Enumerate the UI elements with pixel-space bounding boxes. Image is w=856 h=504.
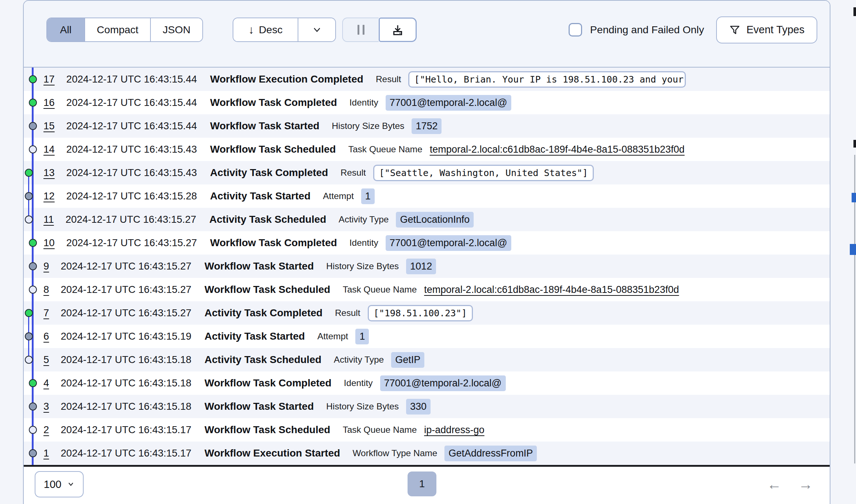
- event-name: Activity Task Started: [205, 331, 305, 342]
- download-icon: [391, 23, 404, 37]
- event-timestamp: 2024-12-17 UTC 16:43:15.28: [66, 190, 197, 202]
- tab-all[interactable]: All: [47, 18, 84, 41]
- pause-icon: [358, 25, 359, 35]
- sort-label: Desc: [259, 24, 283, 36]
- attribute-label: Task Queue Name: [348, 144, 423, 154]
- task-queue-link[interactable]: temporal-2.local:c61db8ac-189f-4b4e-8a15…: [430, 144, 685, 155]
- clipped-content-fragment: [852, 193, 856, 202]
- event-row[interactable]: 14 2024-12-17 UTC 16:43:15.43 Workflow T…: [24, 138, 830, 161]
- timeline-rail: [24, 371, 43, 395]
- page-nav: ← →: [767, 477, 813, 492]
- event-id-link[interactable]: 12: [43, 190, 55, 202]
- attribute-value-code: ["Hello, Brian. Your IP is 198.51.100.23…: [408, 71, 686, 88]
- prev-page-arrow[interactable]: ←: [767, 477, 782, 492]
- timeline-rail: [24, 348, 43, 371]
- event-id-link[interactable]: 13: [43, 167, 55, 179]
- page-size-select[interactable]: 100: [35, 471, 84, 497]
- task-queue-link[interactable]: ip-address-go: [424, 424, 484, 436]
- event-name: Workflow Task Scheduled: [210, 144, 336, 155]
- event-name: Activity Task Scheduled: [205, 354, 321, 366]
- event-timestamp: 2024-12-17 UTC 16:43:15.44: [66, 73, 197, 85]
- sort-desc-button[interactable]: ↓ Desc: [233, 18, 298, 41]
- event-status-dot: [29, 145, 37, 153]
- event-row[interactable]: 9 2024-12-17 UTC 16:43:15.27 Workflow Ta…: [24, 255, 830, 278]
- event-status-dot: [29, 426, 37, 434]
- event-timestamp: 2024-12-17 UTC 16:43:15.18: [61, 354, 191, 366]
- event-id-link[interactable]: 6: [43, 331, 49, 342]
- event-id-link[interactable]: 9: [43, 260, 49, 272]
- sort-control: ↓ Desc: [233, 18, 336, 42]
- event-name: Workflow Task Completed: [205, 377, 331, 389]
- event-id-link[interactable]: 10: [43, 237, 55, 249]
- event-name: Workflow Task Scheduled: [205, 424, 330, 436]
- event-timestamp: 2024-12-17 UTC 16:43:15.27: [61, 260, 191, 272]
- attribute-label: Attempt: [323, 191, 354, 201]
- attribute-label: History Size Bytes: [332, 121, 405, 131]
- event-id-link[interactable]: 1: [43, 447, 49, 459]
- timeline-rail: [24, 161, 43, 184]
- event-status-dot: [29, 239, 37, 247]
- pending-failed-toggle: Pending and Failed Only: [569, 23, 704, 37]
- event-row[interactable]: 5 2024-12-17 UTC 16:43:15.18 Activity Ta…: [24, 348, 830, 371]
- timeline-rail: [24, 418, 43, 442]
- event-id-link[interactable]: 7: [43, 307, 49, 319]
- event-id-link[interactable]: 14: [43, 144, 55, 155]
- event-timestamp: 2024-12-17 UTC 16:43:15.44: [66, 97, 197, 108]
- page-size-value: 100: [44, 478, 61, 490]
- event-name: Workflow Task Scheduled: [205, 284, 330, 295]
- event-row[interactable]: 3 2024-12-17 UTC 16:43:15.18 Workflow Ta…: [24, 395, 830, 418]
- current-page-button[interactable]: 1: [408, 471, 436, 496]
- attribute-value-chip: 1012: [406, 259, 436, 274]
- download-button[interactable]: [379, 18, 417, 42]
- event-row[interactable]: 13 2024-12-17 UTC 16:43:15.43 Activity T…: [24, 161, 830, 184]
- pagination-bar: 100 1 ← →: [24, 467, 830, 504]
- timeline-rail: [24, 114, 43, 138]
- event-status-dot: [29, 99, 37, 107]
- attribute-value-chip: 1: [355, 329, 369, 344]
- next-page-arrow[interactable]: →: [798, 477, 813, 492]
- event-timestamp: 2024-12-17 UTC 16:43:15.27: [61, 284, 191, 295]
- event-row[interactable]: 8 2024-12-17 UTC 16:43:15.27 Workflow Ta…: [24, 278, 830, 301]
- event-name: Activity Task Scheduled: [209, 214, 326, 225]
- sort-options-button[interactable]: [298, 18, 335, 41]
- tab-compact[interactable]: Compact: [84, 18, 150, 41]
- timeline-rail: [24, 231, 43, 255]
- pause-button[interactable]: [342, 18, 379, 42]
- event-status-dot: [29, 122, 37, 130]
- event-id-link[interactable]: 11: [43, 214, 54, 225]
- event-id-link[interactable]: 5: [43, 354, 49, 366]
- event-id-link[interactable]: 3: [43, 401, 49, 412]
- event-row[interactable]: 4 2024-12-17 UTC 16:43:15.18 Workflow Ta…: [24, 371, 830, 395]
- arrow-down-icon: ↓: [248, 24, 254, 35]
- attribute-value-code: ["198.51.100.23"]: [368, 305, 473, 321]
- event-row[interactable]: 6 2024-12-17 UTC 16:43:15.19 Activity Ta…: [24, 325, 830, 348]
- pending-failed-checkbox[interactable]: [569, 23, 582, 37]
- attribute-label: Result: [376, 74, 401, 84]
- attribute-label: Activity Type: [334, 355, 384, 365]
- event-row[interactable]: 12 2024-12-17 UTC 16:43:15.28 Activity T…: [24, 184, 830, 208]
- tab-json[interactable]: JSON: [150, 18, 202, 41]
- attribute-value-chip: 77001@temporal-2.local@: [380, 375, 506, 391]
- event-status-dot: [29, 286, 37, 294]
- task-queue-link[interactable]: temporal-2.local:c61db8ac-189f-4b4e-8a15…: [424, 284, 679, 295]
- event-status-dot: [25, 309, 33, 317]
- event-id-link[interactable]: 17: [43, 73, 55, 85]
- attribute-value-chip: 77001@temporal-2.local@: [386, 95, 511, 111]
- event-status-dot: [29, 379, 37, 387]
- event-id-link[interactable]: 4: [43, 377, 49, 389]
- event-row[interactable]: 11 2024-12-17 UTC 16:43:15.27 Activity T…: [24, 208, 830, 231]
- event-row[interactable]: 17 2024-12-17 UTC 16:43:15.44 Workflow E…: [24, 68, 830, 91]
- event-timestamp: 2024-12-17 UTC 16:43:15.43: [66, 144, 197, 155]
- event-id-link[interactable]: 2: [43, 424, 49, 436]
- event-row[interactable]: 10 2024-12-17 UTC 16:43:15.27 Workflow T…: [24, 231, 830, 255]
- event-id-link[interactable]: 16: [43, 97, 55, 108]
- event-name: Workflow Task Started: [205, 260, 314, 272]
- event-row[interactable]: 1 2024-12-17 UTC 16:43:15.17 Workflow Ex…: [24, 442, 830, 465]
- event-id-link[interactable]: 15: [43, 120, 55, 132]
- event-types-button[interactable]: Event Types: [716, 16, 817, 43]
- event-row[interactable]: 2 2024-12-17 UTC 16:43:15.17 Workflow Ta…: [24, 418, 830, 442]
- event-id-link[interactable]: 8: [43, 284, 49, 295]
- event-row[interactable]: 16 2024-12-17 UTC 16:43:15.44 Workflow T…: [24, 91, 830, 114]
- event-row[interactable]: 7 2024-12-17 UTC 16:43:15.27 Activity Ta…: [24, 301, 830, 325]
- event-row[interactable]: 15 2024-12-17 UTC 16:43:15.44 Workflow T…: [24, 114, 830, 138]
